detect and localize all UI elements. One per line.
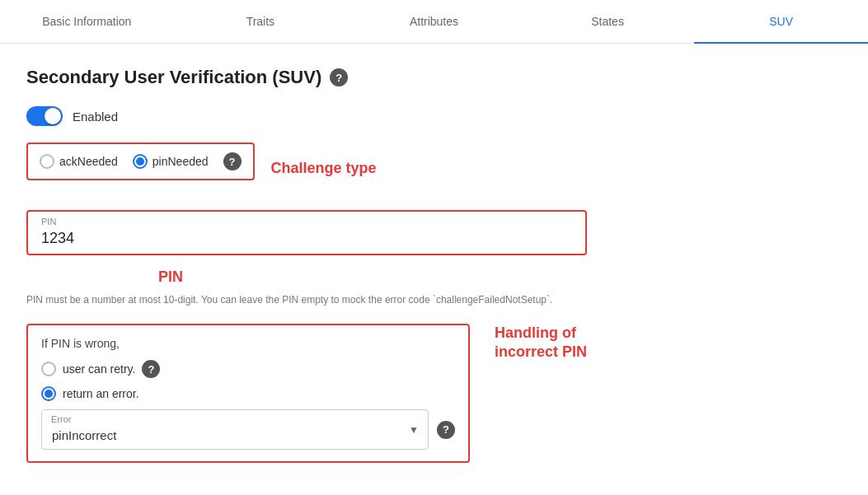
incorrect-pin-section-left: If PIN is wrong, user can retry. ? retur…	[26, 324, 470, 469]
error-dropdown-row: Error pinIncorrect pinLocked challengeFa…	[41, 409, 455, 450]
enabled-label: Enabled	[73, 110, 118, 124]
return-error-radio[interactable]	[41, 386, 56, 401]
page-title: Secondary User Verification (SUV)	[26, 67, 321, 88]
pin-input[interactable]	[28, 212, 585, 254]
pin-needed-radio[interactable]	[133, 154, 148, 169]
tab-attributes[interactable]: Attributes	[347, 0, 521, 43]
user-retry-radio[interactable]	[41, 362, 56, 376]
return-error-label: return an error.	[63, 387, 139, 400]
error-dropdown[interactable]: pinIncorrect pinLocked challengeFailedNo…	[41, 409, 429, 450]
tab-basic-information[interactable]: Basic Information	[0, 0, 174, 43]
error-dropdown-wrapper: Error pinIncorrect pinLocked challengeFa…	[41, 409, 429, 450]
pin-annotation: PIN	[158, 269, 183, 286]
main-content: Secondary User Verification (SUV) ? Enab…	[0, 44, 868, 495]
challenge-type-section: ackNeeded pinNeeded ?	[26, 142, 255, 180]
pin-hint: PIN must be a number at most 10-digit. Y…	[26, 292, 587, 307]
ack-needed-radio-group: ackNeeded	[40, 154, 118, 169]
enabled-toggle[interactable]	[26, 106, 63, 126]
challenge-type-row: ackNeeded pinNeeded ? Challenge type	[26, 142, 587, 194]
tab-suv[interactable]: SUV	[694, 0, 868, 43]
user-retry-radio-row: user can retry. ?	[41, 360, 455, 378]
tab-bar: Basic Information Traits Attributes Stat…	[0, 0, 868, 44]
incorrect-pin-annotation: Handling ofincorrect PIN	[495, 325, 587, 360]
error-dropdown-help-icon[interactable]: ?	[437, 421, 455, 439]
page-title-row: Secondary User Verification (SUV) ?	[26, 67, 587, 88]
challenge-type-help-icon[interactable]: ?	[223, 152, 242, 170]
if-wrong-label: If PIN is wrong,	[41, 337, 455, 350]
incorrect-pin-section: If PIN is wrong, user can retry. ? retur…	[26, 324, 470, 463]
challenge-type-annotation: Challenge type	[271, 160, 377, 177]
ack-needed-label: ackNeeded	[59, 155, 118, 168]
enabled-toggle-row: Enabled	[26, 106, 587, 126]
user-retry-help-icon[interactable]: ?	[142, 360, 160, 378]
title-help-icon[interactable]: ?	[330, 68, 348, 86]
pin-field-container: PIN	[26, 210, 587, 255]
left-panel: Secondary User Verification (SUV) ? Enab…	[26, 67, 587, 469]
tab-states[interactable]: States	[521, 0, 695, 43]
tab-traits[interactable]: Traits	[174, 0, 348, 43]
incorrect-pin-row: If PIN is wrong, user can retry. ? retur…	[26, 324, 587, 469]
incorrect-pin-annotation-box: Handling ofincorrect PIN	[495, 324, 587, 362]
pin-needed-radio-group: pinNeeded	[133, 154, 209, 169]
ack-needed-radio[interactable]	[40, 154, 54, 169]
user-retry-label: user can retry.	[63, 362, 135, 376]
pin-needed-label: pinNeeded	[152, 155, 209, 168]
return-error-radio-row: return an error.	[41, 386, 455, 401]
